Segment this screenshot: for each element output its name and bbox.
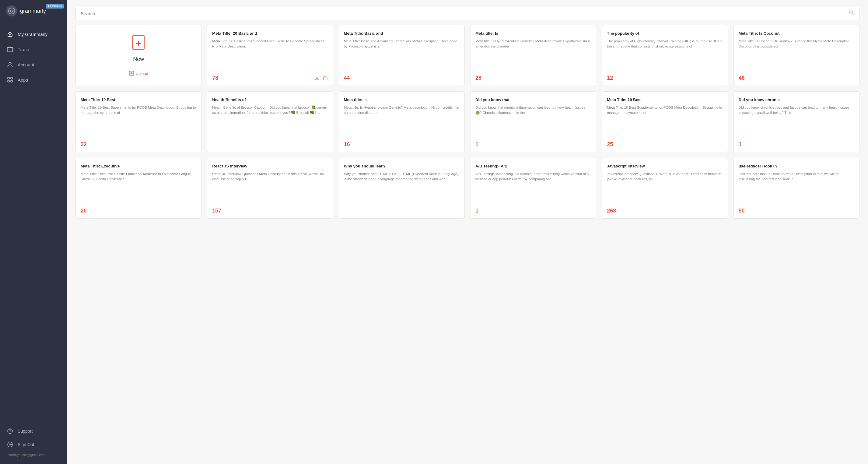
new-card-label: New: [133, 56, 144, 62]
card-excerpt-10: Did you know chronic stress and fatigue …: [739, 105, 854, 137]
card-title-4: Meta Title: Is Coconut: [739, 31, 854, 36]
card-10[interactable]: Did you know chronic Did you know chroni…: [734, 91, 860, 152]
card-title-8: Did you know that: [475, 97, 591, 102]
card-title-16: useReducer Hook In: [739, 163, 854, 169]
upload-button[interactable]: Upload: [129, 70, 148, 77]
card-footer-8: 1: [475, 141, 591, 148]
card-title-0: Meta Title: 20 Basic and: [212, 31, 328, 36]
sidebar-footer: Support Sign Out learningdunia@gmail.com: [0, 421, 67, 464]
search-icon: [849, 10, 854, 17]
card-12[interactable]: React JS Interview React JS Interview Qu…: [207, 158, 333, 219]
card-footer-11: 20: [81, 208, 196, 214]
card-16[interactable]: useReducer Hook In useReducer Hook In Re…: [734, 158, 860, 219]
card-score-9: 25: [607, 141, 613, 148]
card-title-6: Health Benefits of: [212, 97, 328, 102]
sidebar-item-account[interactable]: Account: [0, 57, 67, 72]
card-1[interactable]: Meta Title: Basic and Meta Title: Basic …: [339, 25, 465, 86]
card-score-3: 12: [607, 75, 613, 81]
card-delete-btn-0[interactable]: [322, 75, 328, 81]
search-input[interactable]: [81, 11, 846, 16]
sidebar-item-my-grammarly[interactable]: My Grammarly: [0, 27, 67, 42]
card-excerpt-7: Meta title: Is Hypothyroidism Genetic? M…: [344, 105, 460, 137]
card-3[interactable]: The popularity of The popularity of High…: [602, 25, 728, 86]
card-title-14: A/B Testing:- A/B: [475, 163, 591, 169]
sidebar-item-support[interactable]: Support: [0, 425, 67, 438]
grammarly-logo: G: [6, 5, 17, 17]
help-icon: [7, 428, 13, 434]
card-7[interactable]: Meta title: Is Meta title: Is Hypothyroi…: [339, 91, 465, 152]
card-score-0: 78: [212, 75, 218, 81]
sidebar-item-trash[interactable]: Trash: [0, 42, 67, 57]
card-score-14: 1: [475, 208, 478, 214]
card-title-13: Why you should learn: [344, 163, 460, 169]
svg-point-14: [10, 433, 10, 433]
card-footer-12: 157: [212, 208, 328, 214]
card-14[interactable]: A/B Testing:- A/B A/B Testing:- A/B test…: [470, 158, 596, 219]
home-icon: [7, 31, 13, 37]
card-score-2: 28: [475, 75, 482, 81]
card-footer-10: 1: [739, 141, 854, 148]
card-footer-14: 1: [475, 208, 591, 214]
card-6[interactable]: Health Benefits of Health Benefits of Br…: [207, 91, 333, 152]
card-excerpt-15: Javascript Interview Questions 1. What i…: [607, 172, 722, 204]
card-8[interactable]: Did you know that Did you know that chro…: [470, 91, 596, 152]
card-title-11: Meta Title: Executive: [81, 163, 196, 169]
card-title-12: React JS Interview: [212, 163, 328, 169]
card-title-7: Meta title: Is: [344, 97, 460, 102]
card-5[interactable]: Meta Title: 10 Best Meta Title: 10 Best …: [75, 91, 202, 152]
card-excerpt-8: Did you know that chronic inflammation c…: [475, 105, 591, 137]
card-footer-2: 28: [475, 75, 591, 81]
card-excerpt-0: Meta Title: 20 Basic and Advanced Excel …: [212, 39, 328, 71]
cards-grid: New Upload Meta Title: 20 Basic and Meta…: [67, 25, 868, 227]
card-11[interactable]: Meta Title: Executive Meta Title: Execut…: [75, 158, 202, 219]
svg-rect-2: [9, 34, 11, 36]
svg-rect-23: [323, 77, 327, 80]
card-footer-16: 50: [739, 208, 854, 214]
card-footer-0: 78: [212, 75, 328, 81]
card-title-2: Meta title: Is: [475, 31, 591, 36]
card-score-11: 20: [81, 208, 87, 214]
sidebar-label-sign-out: Sign Out: [18, 442, 34, 447]
signout-icon: [7, 441, 13, 448]
sidebar-label-support: Support: [18, 429, 33, 434]
card-title-10: Did you know chronic: [739, 97, 854, 102]
card-score-15: 268: [607, 208, 616, 214]
card-4[interactable]: Meta Title: Is Coconut Meta Title: Is Co…: [734, 25, 860, 86]
card-download-btn-0[interactable]: [314, 75, 319, 81]
card-score-16: 50: [739, 208, 745, 214]
card-excerpt-1: Meta Title: Basic and Advanced Excel Ski…: [344, 39, 460, 71]
card-0[interactable]: Meta Title: 20 Basic and Meta Title: 20 …: [207, 25, 333, 86]
card-excerpt-11: Meta Title: Executive Health: Functional…: [81, 172, 196, 204]
card-title-3: The popularity of: [607, 31, 722, 36]
card-excerpt-3: The popularity of High-Intensity Interva…: [607, 39, 722, 71]
card-score-5: 32: [81, 141, 87, 148]
card-footer-15: 268: [607, 208, 722, 214]
sidebar-item-apps[interactable]: Apps: [0, 72, 67, 87]
sidebar-label-trash: Trash: [18, 47, 29, 52]
app-name: grammarly: [20, 8, 46, 14]
card-actions-0: [314, 75, 328, 81]
new-card[interactable]: New Upload: [75, 25, 202, 86]
card-excerpt-12: React JS Interview Questions Meta Descri…: [212, 172, 328, 204]
card-excerpt-4: Meta Title: Is Coconut Oil Healthy? Burs…: [739, 39, 854, 71]
card-score-7: 16: [344, 141, 350, 148]
card-title-1: Meta Title: Basic and: [344, 31, 460, 36]
card-13[interactable]: Why you should learn Why you should lear…: [339, 158, 465, 219]
card-9[interactable]: Meta Title: 10 Best Meta Title: 10 Best …: [602, 91, 728, 152]
upload-label: Upload: [136, 71, 148, 76]
search-bar-wrap: [67, 0, 868, 25]
search-bar: [75, 7, 860, 20]
card-excerpt-14: A/B Testing:- A/B testing is a technique…: [475, 172, 591, 204]
card-2[interactable]: Meta title: Is Meta title: Is Hypothyroi…: [470, 25, 596, 86]
new-doc-icon: [132, 35, 145, 52]
card-score-12: 157: [212, 208, 221, 214]
sidebar-item-sign-out[interactable]: Sign Out: [0, 438, 67, 451]
account-icon: [7, 61, 13, 68]
card-footer-5: 32: [81, 141, 196, 148]
card-footer-9: 25: [607, 141, 722, 148]
card-excerpt-2: Meta title: Is Hypothyroidism Genetic? M…: [475, 39, 591, 71]
sidebar-nav: My Grammarly Trash: [0, 21, 67, 421]
card-footer-3: 12: [607, 75, 722, 81]
card-score-1: 44: [344, 75, 350, 81]
card-15[interactable]: Javascript Interview Javascript Intervie…: [602, 158, 728, 219]
